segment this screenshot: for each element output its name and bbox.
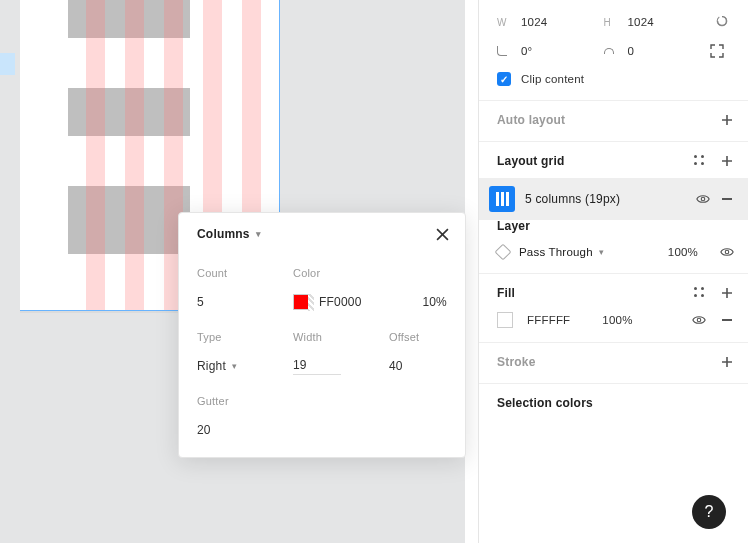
layer-opacity-input[interactable]: 100% (668, 246, 698, 258)
fill-hex-input[interactable]: FFFFFF (527, 314, 570, 326)
color-hex-input[interactable]: FF0000 (319, 295, 362, 309)
layout-grid-title: Layout grid (497, 154, 565, 168)
blend-mode-dropdown[interactable]: Pass Through ▾ (519, 246, 658, 258)
grid-styles-icon[interactable] (692, 154, 706, 168)
corner-radius-icon (604, 48, 614, 54)
gutter-label: Gutter (197, 395, 279, 407)
type-dropdown[interactable]: Right ▾ (197, 357, 279, 375)
blend-mode-icon (495, 244, 512, 261)
width-input[interactable]: 1024 (521, 16, 594, 28)
layout-grid-settings-popover: Columns ▾ Count 5 Color FF0000 10% (178, 212, 466, 458)
fill-section: Fill FFFFFF 100% (479, 274, 748, 343)
placeholder-block (68, 88, 190, 136)
fill-opacity-input[interactable]: 100% (602, 314, 632, 326)
layout-grid-name: 5 columns (19px) (525, 192, 686, 206)
count-input[interactable]: 5 (197, 293, 279, 311)
placeholder-block (68, 186, 190, 254)
selection-colors-section: Selection colors (479, 384, 748, 424)
add-layout-grid-button[interactable] (720, 154, 734, 168)
visibility-toggle-icon[interactable] (692, 313, 706, 327)
fill-styles-icon[interactable] (692, 286, 706, 300)
color-swatch[interactable] (293, 294, 309, 310)
fill-title: Fill (497, 286, 515, 300)
clip-content-label: Clip content (521, 73, 584, 85)
auto-layout-title: Auto layout (497, 113, 565, 127)
type-label: Type (197, 331, 279, 343)
add-fill-button[interactable] (720, 286, 734, 300)
chevron-down-icon: ▾ (599, 247, 604, 257)
layout-grid-section: Layout grid 5 columns (19px) (479, 142, 748, 207)
placeholder-block (68, 0, 190, 38)
selection-colors-title: Selection colors (497, 396, 593, 410)
chevron-down-icon: ▾ (256, 229, 261, 239)
width-input[interactable]: 19 (293, 357, 341, 375)
link-dimensions-icon[interactable] (710, 14, 734, 30)
gutter-input[interactable]: 20 (197, 421, 279, 439)
corner-radius-input[interactable]: 0 (628, 45, 701, 57)
height-label: H (604, 17, 618, 28)
clip-content-checkbox[interactable] (497, 72, 511, 86)
stroke-section: Stroke (479, 343, 748, 384)
width-label: Width (293, 331, 375, 343)
fill-swatch[interactable] (497, 312, 513, 328)
offset-input[interactable]: 40 (389, 357, 447, 375)
inspector-panel: W 1024 H 1024 0° 0 Clip content Auto lay… (478, 0, 748, 543)
chevron-down-icon: ▾ (232, 361, 237, 371)
offset-label: Offset (389, 331, 447, 343)
layer-section: Layer Pass Through ▾ 100% (479, 207, 748, 274)
visibility-toggle-icon[interactable] (696, 192, 710, 206)
width-label: W (497, 17, 511, 28)
grid-type-label: Columns (197, 227, 250, 241)
layer-title: Layer (497, 219, 530, 233)
svg-point-2 (725, 250, 729, 254)
auto-layout-section: Auto layout (479, 101, 748, 142)
svg-point-1 (701, 197, 705, 201)
rotation-icon (497, 46, 507, 56)
help-button[interactable]: ? (692, 495, 726, 529)
close-icon[interactable] (436, 228, 449, 241)
count-label: Count (197, 267, 279, 279)
color-opacity-input[interactable]: 10% (422, 295, 447, 309)
visibility-toggle-icon[interactable] (720, 245, 734, 259)
add-auto-layout-button[interactable] (720, 113, 734, 127)
svg-point-3 (697, 318, 701, 322)
grid-type-dropdown[interactable]: Columns ▾ (197, 227, 261, 241)
remove-grid-button[interactable] (720, 192, 734, 206)
add-stroke-button[interactable] (720, 355, 734, 369)
height-input[interactable]: 1024 (628, 16, 701, 28)
stroke-title: Stroke (497, 355, 536, 369)
rotation-input[interactable]: 0° (521, 45, 594, 57)
remove-fill-button[interactable] (720, 313, 734, 327)
color-label: Color (293, 267, 447, 279)
size-section: W 1024 H 1024 0° 0 Clip content (479, 0, 748, 101)
expand-icon[interactable] (710, 44, 724, 58)
